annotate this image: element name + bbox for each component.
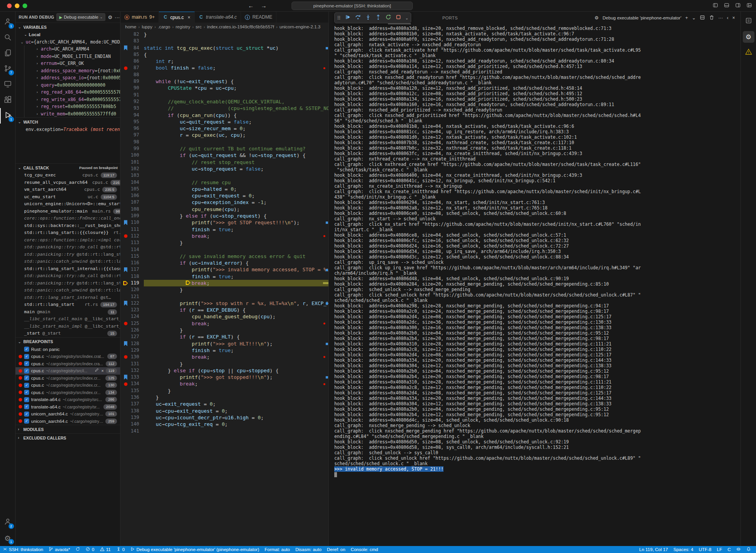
chevron-icon[interactable]: › [36, 82, 41, 89]
breakpoint-checkbox[interactable]: ✓ [24, 368, 29, 373]
status-item[interactable] [744, 546, 754, 553]
chevron-icon[interactable]: › [36, 96, 41, 103]
gutter[interactable] [120, 320, 131, 327]
call-stack-frame[interactable]: core::ops::function::FnOnce::call_oncef. [16, 215, 120, 222]
gutter[interactable] [120, 233, 131, 239]
variable-row[interactable]: ›address_space_io = {root:0x0000555566a9… [24, 74, 120, 82]
breakpoint-row[interactable]: ✓translate-a64.c~/.cargo/registry/src...… [16, 396, 120, 403]
status-item-avaota-[interactable]: avaota* [46, 546, 73, 553]
breakpoint-icon[interactable] [124, 322, 127, 325]
gutter[interactable] [120, 58, 131, 65]
editor-tab-main-rs[interactable]: Rmain.rs9+ [120, 12, 159, 23]
gutter[interactable] [120, 119, 131, 125]
chevron-icon[interactable]: › [36, 103, 41, 110]
chevron-icon[interactable]: › [36, 110, 41, 118]
activity-item-search[interactable] [0, 30, 16, 46]
status-item-utf-8[interactable]: UTF-8 [696, 546, 714, 553]
call-stack-section-header[interactable]: ⌄ CALL STACK Paused on breakpoint [16, 163, 120, 172]
breakpoint-checkbox[interactable]: ✓ [24, 397, 29, 402]
customize-layout-icon[interactable] [746, 2, 752, 9]
gutter[interactable] [120, 408, 131, 414]
chevron-down-panel-icon[interactable]: ⌄ [692, 15, 696, 21]
bookmark-icon[interactable] [124, 341, 127, 346]
gutter[interactable] [120, 92, 131, 98]
gutter[interactable] [120, 85, 131, 91]
status-item-ln-119-col-17[interactable]: Ln 119, Col 17 [637, 546, 671, 553]
code-line[interactable]: 83 [120, 38, 328, 44]
nav-forward-button[interactable]: → [261, 2, 267, 9]
code-line[interactable]: 117 printf(">>> invalid memory accessed,… [120, 266, 328, 273]
toggle-primary-sidebar-icon[interactable] [712, 2, 718, 9]
debug-settings-gear-icon[interactable]: ⚙ [108, 14, 112, 20]
code-line[interactable]: 138 uc→cpu→exit_request = 0; [120, 408, 328, 414]
gutter[interactable] [120, 387, 131, 394]
code-line[interactable]: 114 [120, 246, 328, 253]
edit-breakpoint-icon[interactable] [94, 367, 99, 375]
gutter[interactable] [120, 132, 131, 138]
call-stack-frame[interactable]: core::ops::function::impls::<impl core::… [16, 237, 120, 244]
continue-button[interactable] [345, 14, 351, 22]
call-stack-frame[interactable]: main @main11 [16, 309, 120, 316]
breakpoint-checkbox[interactable]: ✓ [24, 354, 29, 359]
bookmark-icon[interactable] [124, 375, 127, 380]
gutter[interactable] [120, 428, 131, 434]
modules-section-header[interactable]: › MODULES [16, 425, 120, 433]
call-stack-frame[interactable]: std::rt::lang_start_internal @st… [16, 294, 120, 302]
code-line[interactable]: 88 [120, 72, 328, 78]
code-line[interactable]: 103 [120, 172, 328, 179]
gutter[interactable] [120, 293, 131, 300]
breakpoint-icon[interactable] [124, 382, 127, 386]
maximize-window-button[interactable] [23, 3, 27, 8]
code-line[interactable]: 109 } else if (uc→stop_request) { [120, 213, 328, 219]
code-line[interactable]: 100 if (uc→quit_request && !uc→stop_requ… [120, 152, 328, 159]
gutter[interactable] [120, 226, 131, 233]
status-item-11[interactable]: 11 [97, 546, 113, 553]
chevron-icon[interactable]: ⌄ [21, 38, 26, 46]
variable-row[interactable]: ›mode = UC_MODE_LITTLE_ENDIAN [24, 53, 120, 60]
code-line[interactable]: 126 } [120, 327, 328, 333]
code-line[interactable]: 106 cpu→exit_request = 0; [120, 192, 328, 199]
breakpoint-checkbox[interactable]: ✓ [24, 404, 29, 409]
breakpoint-row[interactable]: ✓cpus.c~/.cargo/registry/src/index.cra..… [16, 360, 120, 368]
gutter[interactable] [120, 333, 131, 340]
restart-button[interactable] [385, 14, 391, 22]
gutter[interactable] [120, 253, 131, 260]
status-item-lf[interactable]: LF [714, 546, 725, 553]
breakpoint-row[interactable]: ✓cpus.c~/.cargo/registry/src/index.cr...… [16, 382, 120, 389]
code-line[interactable]: 132 } else if (cpu→stop || cpu→stopped) … [120, 367, 328, 374]
more-panel-icon[interactable]: ··· [718, 15, 723, 21]
breadcrumb-item[interactable]: .cargo [158, 24, 170, 29]
breakpoint-checkbox[interactable]: ✓ [24, 375, 29, 380]
breakpoint-icon[interactable] [124, 355, 127, 359]
status-item-0[interactable]: 0 [83, 546, 97, 553]
breadcrumb-item[interactable]: unicorn-engine-2.1.3 [279, 24, 321, 29]
drag-handle[interactable]: ⠿ [337, 15, 341, 21]
gutter[interactable] [120, 327, 131, 333]
gutter[interactable] [120, 374, 131, 380]
call-stack-frame[interactable]: _start @_start15 [16, 330, 120, 337]
call-stack-frame[interactable]: uc_emu_startuc.c1104:5 [16, 194, 120, 201]
code-line[interactable]: 110 printf(">>> got STOP request!!!\n"); [120, 219, 328, 226]
code-line[interactable]: 129 finish = true; [120, 347, 328, 354]
code-line[interactable]: 85{ [120, 51, 328, 58]
status-item-deref[interactable]: Deref: on [324, 546, 348, 553]
close-panel-icon[interactable]: × [732, 15, 735, 21]
call-stack-frame[interactable]: std::panic::catch_unwind @std::rt::lang_… [16, 287, 120, 294]
variable-row[interactable]: ›reg_write_x86_64 = 0x00005555557816e0 [24, 96, 120, 103]
kill-panel-icon[interactable] [709, 15, 714, 21]
gutter[interactable] [120, 186, 131, 192]
call-stack-frame[interactable]: tcg_cpu_execcpus.c119:17 [16, 172, 120, 179]
chevron-icon[interactable]: › [36, 45, 41, 53]
gutter[interactable] [120, 172, 131, 179]
activity-item-extensions[interactable] [0, 92, 16, 108]
code-line[interactable]: 115 // save invalid memory access error … [120, 253, 328, 260]
status-item-format[interactable]: Format: auto [262, 546, 293, 553]
gutter[interactable] [120, 394, 131, 401]
gutter[interactable] [120, 340, 131, 347]
gutter[interactable] [120, 273, 131, 280]
code-line[interactable]: 131 } [120, 361, 328, 367]
breakpoint-checkbox[interactable]: ✓ [24, 361, 29, 366]
code-line[interactable]: 113 } [120, 239, 328, 246]
code-line[interactable]: 99 // quit current TB but continue emula… [120, 145, 328, 152]
breadcrumb-item[interactable]: src [196, 24, 201, 29]
